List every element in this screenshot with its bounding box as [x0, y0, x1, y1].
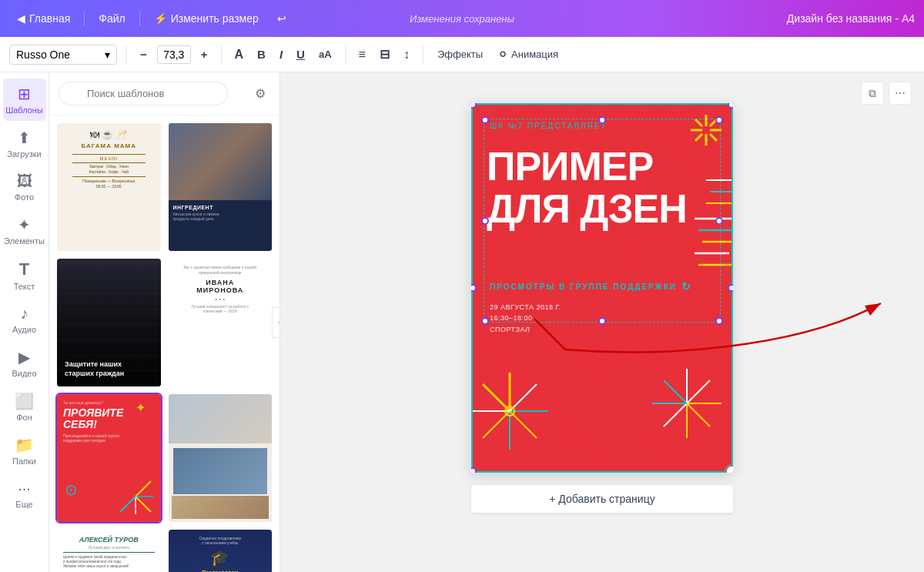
toolbar-sep-3	[345, 45, 346, 64]
templates-panel: ⚙ 🍽 ☕ 🥂 БАГАМА МАМА МЕНЮ Завтрак · Обед …	[49, 72, 280, 572]
spacing-button[interactable]: ↕	[400, 45, 413, 65]
svg-line-0	[136, 481, 151, 497]
font-style-A-button[interactable]: A	[231, 45, 248, 65]
saved-status: Изменения сохранены	[410, 13, 514, 25]
animation-button[interactable]: ⭘ Анимация	[494, 45, 563, 63]
sidebar-item-photos[interactable]: 🖼 Фото	[3, 166, 46, 208]
panel-search: ⚙	[49, 72, 280, 115]
home-label: Главная	[29, 12, 70, 25]
template-card-menu[interactable]: 🍽 ☕ 🥂 БАГАМА МАМА МЕНЮ Завтрак · Обед · …	[55, 122, 162, 253]
arrow-left-icon: ◀	[17, 12, 25, 25]
template-card-food[interactable]: ИНГРЕДИЕНТ Авторская кухня и свежиепроду…	[167, 122, 274, 253]
photos-label: Фото	[15, 192, 34, 202]
toolbar-sep-4	[423, 45, 424, 64]
uploads-icon: ⬆	[18, 129, 31, 147]
align-button[interactable]: ≡	[355, 45, 370, 65]
underline-button[interactable]: U	[293, 45, 309, 64]
sidebar-item-audio[interactable]: ♪ Аудио	[3, 299, 46, 340]
templates-icon: ⊞	[18, 85, 31, 103]
animation-label: Анимация	[511, 49, 558, 60]
canvas-area: ⧉ ⋯	[280, 72, 924, 572]
photos-icon: 🖼	[17, 172, 32, 190]
resize-label: Изменить размер	[171, 12, 259, 25]
sidebar: ⊞ Шаблоны ⬆ Загрузки 🖼 Фото ✦ Элементы T…	[0, 72, 49, 572]
effects-button[interactable]: Эффекты	[433, 45, 487, 63]
more-options-button[interactable]: ⋯	[889, 82, 912, 105]
canvas-toolbar: ⧉ ⋯	[861, 82, 912, 105]
nav-divider-1	[84, 11, 85, 26]
toolbar-sep-1	[126, 45, 127, 64]
toolbar-sep-2	[221, 45, 222, 64]
font-selector[interactable]: Russo One ▾	[9, 45, 117, 65]
sidebar-item-uploads[interactable]: ⬆ Загрузки	[3, 122, 46, 165]
video-label: Видео	[12, 369, 36, 378]
search-wrapper	[59, 82, 244, 105]
template-card-photo-collage[interactable]	[167, 393, 274, 523]
italic-button[interactable]: I	[276, 45, 286, 64]
sidebar-item-more[interactable]: ··· Еще	[3, 473, 46, 515]
sidebar-item-templates[interactable]: ⊞ Шаблоны	[3, 79, 46, 121]
sidebar-item-text[interactable]: T Текст	[3, 253, 46, 297]
sidebar-item-elements[interactable]: ✦ Элементы	[3, 209, 46, 252]
font-size-input[interactable]	[157, 45, 191, 64]
sidebar-item-folders[interactable]: 📁 Папки	[3, 430, 46, 472]
elements-icon: ✦	[18, 216, 31, 234]
design-title: Дизайн без названия - А4	[787, 12, 915, 25]
panel-collapse-handle[interactable]: ‹	[272, 307, 280, 338]
svg-line-4	[120, 497, 136, 512]
sidebar-item-video[interactable]: ▶ Видео	[3, 342, 46, 384]
top-nav: ◀ Главная Файл ⚡ Изменить размер ↩ Измен…	[0, 0, 924, 37]
templates-label: Шаблоны	[5, 105, 43, 115]
file-label: Файл	[99, 12, 125, 25]
add-page-button[interactable]: + Добавить страницу	[471, 485, 733, 513]
background-icon: ⬜	[15, 392, 34, 410]
design-main-title: ПРИМЕР ДЛЯ ДЗЕН	[487, 146, 718, 229]
templates-grid: 🍽 ☕ 🥂 БАГАМА МАМА МЕНЮ Завтрак · Обед · …	[49, 115, 280, 572]
font-size-decrease-button[interactable]: −	[136, 45, 151, 64]
design-top-label: ШК №7 ПРЕДСТАВЛЯЕТ	[490, 122, 608, 130]
main-area: ⊞ Шаблоны ⬆ Загрузки 🖼 Фото ✦ Элементы T…	[0, 72, 924, 572]
design-card[interactable]: ШК №7 ПРЕДСТАВЛЯЕТ ПРИМЕР ДЛЯ ДЗЕН ПРОСМ…	[471, 103, 733, 473]
font-size-control	[157, 45, 191, 64]
design-date-info: 29 АВГУСТА 2018 Г. 16:30–18:00 СПОРТЗАЛ	[490, 302, 561, 335]
effects-label: Эффекты	[437, 49, 483, 60]
sidebar-item-background[interactable]: ⬜ Фон	[3, 386, 46, 428]
undo-button[interactable]: ↩	[270, 8, 294, 29]
font-size-increase-button[interactable]: +	[197, 45, 212, 64]
rotation-icon: ↻	[681, 280, 692, 293]
template-card-aleksei[interactable]: АЛЕКСЕЙ ТУРОВ Лучший друг и коллега Цени…	[55, 528, 162, 572]
toolbar: Russo One ▾ − + A B I U aA ≡ ⊟ ↕ Эффекты…	[0, 37, 924, 72]
audio-label: Аудио	[12, 325, 36, 334]
template-card-protect[interactable]: Защитите нашихстарших граждан	[55, 257, 162, 388]
svg-line-2	[136, 497, 151, 512]
more-label: Еще	[15, 500, 32, 509]
text-icon: T	[19, 259, 29, 279]
search-input[interactable]	[59, 82, 228, 105]
design-subtitle: ПРОСМОТРЫ В ГРУППЕ ПОДДЕРЖКИ ↻	[490, 280, 715, 293]
template-card-graduation[interactable]: Сердечно поздравляемс окончанием учёбы 🎓…	[167, 528, 274, 572]
folders-icon: 📁	[15, 436, 34, 454]
bold-button[interactable]: B	[253, 45, 270, 64]
uploads-label: Загрузки	[7, 149, 41, 159]
elements-label: Элементы	[4, 236, 45, 246]
undo-icon: ↩	[277, 12, 286, 25]
animation-icon: ⭘	[498, 49, 508, 60]
video-icon: ▶	[18, 348, 30, 366]
copy-button[interactable]: ⧉	[861, 82, 884, 105]
filter-button[interactable]: ⚙	[250, 82, 270, 105]
resize-button[interactable]: ⚡ Изменить размер	[146, 8, 266, 29]
nav-left: ◀ Главная Файл ⚡ Изменить размер ↩	[9, 8, 294, 29]
audio-icon: ♪	[21, 305, 28, 323]
case-button[interactable]: aA	[315, 45, 336, 63]
template-card-red-promo[interactable]: Ты всё ещё думаешь? ПРОЯВИТЕСЕБЯ! Присое…	[55, 393, 162, 523]
nav-divider-2	[139, 11, 140, 26]
background-label: Фон	[16, 413, 32, 422]
template-card-resume[interactable]: Мы с удовольствием сообщаем о нашейпрекр…	[167, 257, 274, 388]
more-icon: ···	[18, 480, 31, 497]
resize-icon: ⚡	[154, 12, 167, 25]
font-name: Russo One	[16, 49, 70, 61]
file-button[interactable]: Файл	[91, 8, 132, 29]
list-button[interactable]: ⊟	[376, 44, 393, 65]
home-button[interactable]: ◀ Главная	[9, 8, 78, 29]
chevron-down-icon: ▾	[105, 49, 110, 61]
